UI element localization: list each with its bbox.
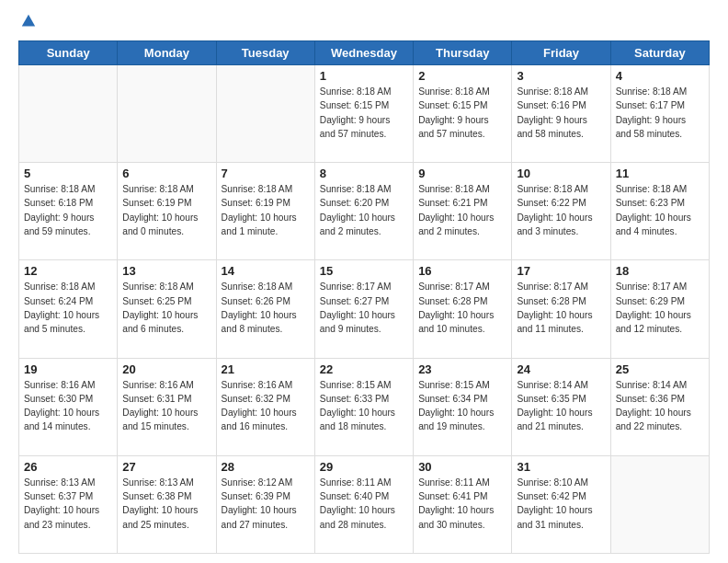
calendar-cell: 14Sunrise: 8:18 AM Sunset: 6:26 PM Dayli… [216, 260, 314, 358]
day-info: Sunrise: 8:18 AM Sunset: 6:19 PM Dayligh… [122, 182, 210, 238]
week-row-1: 1Sunrise: 8:18 AM Sunset: 6:15 PM Daylig… [19, 65, 710, 163]
day-header-tuesday: Tuesday [216, 41, 314, 65]
week-row-2: 5Sunrise: 8:18 AM Sunset: 6:18 PM Daylig… [19, 163, 710, 260]
day-info: Sunrise: 8:15 AM Sunset: 6:34 PM Dayligh… [418, 378, 506, 434]
day-header-friday: Friday [512, 41, 610, 65]
calendar-cell: 28Sunrise: 8:12 AM Sunset: 6:39 PM Dayli… [216, 455, 314, 553]
day-number: 29 [320, 460, 408, 474]
calendar-cell: 18Sunrise: 8:17 AM Sunset: 6:29 PM Dayli… [610, 260, 709, 358]
calendar-cell: 24Sunrise: 8:14 AM Sunset: 6:35 PM Dayli… [512, 358, 610, 455]
calendar-cell [118, 65, 216, 163]
day-info: Sunrise: 8:15 AM Sunset: 6:33 PM Dayligh… [320, 378, 408, 434]
calendar-cell [19, 65, 118, 163]
day-number: 13 [122, 264, 210, 278]
calendar-cell: 10Sunrise: 8:18 AM Sunset: 6:22 PM Dayli… [512, 163, 610, 260]
day-number: 30 [418, 460, 506, 474]
day-info: Sunrise: 8:17 AM Sunset: 6:28 PM Dayligh… [517, 280, 605, 336]
calendar-cell: 7Sunrise: 8:18 AM Sunset: 6:19 PM Daylig… [216, 163, 314, 260]
calendar-cell: 27Sunrise: 8:13 AM Sunset: 6:38 PM Dayli… [118, 455, 216, 553]
calendar-header-row: SundayMondayTuesdayWednesdayThursdayFrid… [19, 41, 710, 65]
calendar-cell: 23Sunrise: 8:15 AM Sunset: 6:34 PM Dayli… [414, 358, 512, 455]
calendar-cell: 6Sunrise: 8:18 AM Sunset: 6:19 PM Daylig… [118, 163, 216, 260]
day-number: 21 [222, 362, 310, 376]
day-info: Sunrise: 8:17 AM Sunset: 6:27 PM Dayligh… [320, 280, 408, 336]
week-row-4: 19Sunrise: 8:16 AM Sunset: 6:30 PM Dayli… [19, 358, 710, 455]
day-number: 1 [320, 69, 408, 83]
day-info: Sunrise: 8:13 AM Sunset: 6:37 PM Dayligh… [24, 476, 112, 532]
calendar-cell: 9Sunrise: 8:18 AM Sunset: 6:21 PM Daylig… [414, 163, 512, 260]
day-number: 28 [222, 460, 310, 474]
day-info: Sunrise: 8:18 AM Sunset: 6:22 PM Dayligh… [517, 182, 605, 238]
week-row-3: 12Sunrise: 8:18 AM Sunset: 6:24 PM Dayli… [19, 260, 710, 358]
calendar-cell: 17Sunrise: 8:17 AM Sunset: 6:28 PM Dayli… [512, 260, 610, 358]
day-number: 8 [320, 167, 408, 180]
day-number: 20 [122, 362, 210, 376]
day-info: Sunrise: 8:18 AM Sunset: 6:16 PM Dayligh… [517, 85, 605, 141]
day-number: 18 [616, 264, 704, 278]
day-info: Sunrise: 8:10 AM Sunset: 6:42 PM Dayligh… [517, 476, 605, 532]
day-info: Sunrise: 8:13 AM Sunset: 6:38 PM Dayligh… [122, 476, 210, 532]
day-info: Sunrise: 8:18 AM Sunset: 6:15 PM Dayligh… [320, 85, 408, 141]
svg-marker-0 [22, 15, 35, 27]
day-number: 12 [24, 264, 112, 278]
calendar-cell: 29Sunrise: 8:11 AM Sunset: 6:40 PM Dayli… [314, 455, 413, 553]
calendar-cell: 11Sunrise: 8:18 AM Sunset: 6:23 PM Dayli… [610, 163, 709, 260]
calendar-cell: 12Sunrise: 8:18 AM Sunset: 6:24 PM Dayli… [19, 260, 118, 358]
day-info: Sunrise: 8:12 AM Sunset: 6:39 PM Dayligh… [222, 476, 310, 532]
day-info: Sunrise: 8:18 AM Sunset: 6:18 PM Dayligh… [24, 182, 112, 238]
calendar-cell: 21Sunrise: 8:16 AM Sunset: 6:32 PM Dayli… [216, 358, 314, 455]
day-number: 10 [517, 167, 605, 180]
day-info: Sunrise: 8:18 AM Sunset: 6:25 PM Dayligh… [122, 280, 210, 336]
day-number: 5 [24, 167, 112, 180]
day-number: 6 [122, 167, 210, 180]
day-info: Sunrise: 8:18 AM Sunset: 6:23 PM Dayligh… [616, 182, 704, 238]
day-info: Sunrise: 8:18 AM Sunset: 6:17 PM Dayligh… [616, 85, 704, 141]
calendar-cell: 22Sunrise: 8:15 AM Sunset: 6:33 PM Dayli… [314, 358, 413, 455]
header [18, 15, 710, 31]
calendar-cell: 15Sunrise: 8:17 AM Sunset: 6:27 PM Dayli… [314, 260, 413, 358]
day-number: 24 [517, 362, 605, 376]
day-number: 16 [418, 264, 506, 278]
calendar-table: SundayMondayTuesdayWednesdayThursdayFrid… [18, 40, 710, 554]
calendar-cell: 4Sunrise: 8:18 AM Sunset: 6:17 PM Daylig… [610, 65, 709, 163]
day-info: Sunrise: 8:17 AM Sunset: 6:28 PM Dayligh… [418, 280, 506, 336]
day-info: Sunrise: 8:18 AM Sunset: 6:20 PM Dayligh… [320, 182, 408, 238]
day-number: 15 [320, 264, 408, 278]
day-number: 26 [24, 460, 112, 474]
day-number: 27 [122, 460, 210, 474]
day-header-sunday: Sunday [19, 41, 118, 65]
day-number: 19 [24, 362, 112, 376]
day-info: Sunrise: 8:18 AM Sunset: 6:26 PM Dayligh… [222, 280, 310, 336]
day-info: Sunrise: 8:16 AM Sunset: 6:30 PM Dayligh… [24, 378, 112, 434]
day-info: Sunrise: 8:18 AM Sunset: 6:15 PM Dayligh… [418, 85, 506, 141]
day-number: 14 [222, 264, 310, 278]
calendar-cell: 5Sunrise: 8:18 AM Sunset: 6:18 PM Daylig… [19, 163, 118, 260]
calendar-cell: 2Sunrise: 8:18 AM Sunset: 6:15 PM Daylig… [414, 65, 512, 163]
day-info: Sunrise: 8:18 AM Sunset: 6:21 PM Dayligh… [418, 182, 506, 238]
logo-icon [20, 13, 37, 29]
day-info: Sunrise: 8:17 AM Sunset: 6:29 PM Dayligh… [616, 280, 704, 336]
calendar-cell: 31Sunrise: 8:10 AM Sunset: 6:42 PM Dayli… [512, 455, 610, 553]
calendar-cell: 3Sunrise: 8:18 AM Sunset: 6:16 PM Daylig… [512, 65, 610, 163]
day-info: Sunrise: 8:18 AM Sunset: 6:24 PM Dayligh… [24, 280, 112, 336]
calendar-cell: 16Sunrise: 8:17 AM Sunset: 6:28 PM Dayli… [414, 260, 512, 358]
day-number: 31 [517, 460, 605, 474]
day-number: 17 [517, 264, 605, 278]
calendar-cell: 8Sunrise: 8:18 AM Sunset: 6:20 PM Daylig… [314, 163, 413, 260]
day-header-monday: Monday [118, 41, 216, 65]
day-info: Sunrise: 8:11 AM Sunset: 6:41 PM Dayligh… [418, 476, 506, 532]
day-info: Sunrise: 8:16 AM Sunset: 6:32 PM Dayligh… [222, 378, 310, 434]
page: SundayMondayTuesdayWednesdayThursdayFrid… [0, 0, 728, 563]
day-number: 7 [222, 167, 310, 180]
day-number: 25 [616, 362, 704, 376]
day-header-wednesday: Wednesday [314, 41, 413, 65]
day-number: 23 [418, 362, 506, 376]
calendar-cell: 25Sunrise: 8:14 AM Sunset: 6:36 PM Dayli… [610, 358, 709, 455]
day-header-thursday: Thursday [414, 41, 512, 65]
day-number: 3 [517, 69, 605, 83]
day-info: Sunrise: 8:11 AM Sunset: 6:40 PM Dayligh… [320, 476, 408, 532]
calendar-cell: 20Sunrise: 8:16 AM Sunset: 6:31 PM Dayli… [118, 358, 216, 455]
day-number: 22 [320, 362, 408, 376]
calendar-cell [216, 65, 314, 163]
day-number: 4 [616, 69, 704, 83]
